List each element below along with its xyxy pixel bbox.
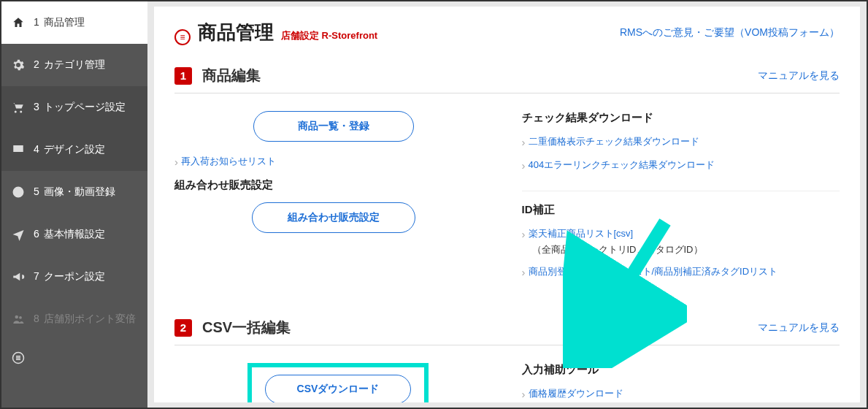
section-badge: 2 bbox=[174, 319, 192, 337]
restock-notify-link[interactable]: 再入荷お知らせリスト bbox=[174, 155, 493, 168]
page-title: 商品管理 bbox=[198, 20, 274, 45]
sidebar-item-coupon[interactable]: 7クーポン設定 bbox=[1, 256, 147, 298]
sidebar-item-products[interactable]: 1商品管理 bbox=[1, 1, 147, 44]
section-title: CSV一括編集 bbox=[202, 318, 291, 337]
id-correction-heading: ID補正 bbox=[522, 203, 840, 217]
section-csv-edit: 2 CSV一括編集 マニュアルを見る CSVダウンロード 入力補助ツール 価格履… bbox=[174, 318, 840, 402]
tag-id-list-link[interactable]: 商品別登録済みタグIDリスト/商品別補正済みタグIDリスト bbox=[522, 265, 840, 278]
combo-heading: 組み合わせ販売設定 bbox=[174, 178, 493, 192]
404-check-link[interactable]: 404エラーリンクチェック結果ダウンロード bbox=[522, 158, 840, 172]
sidebar-item-media[interactable]: 5画像・動画登録 bbox=[1, 171, 147, 213]
section-badge: 1 bbox=[174, 67, 192, 85]
correction-note: （全商品ディレクトリID、カタログID） bbox=[532, 243, 840, 256]
sidebar-item-basic[interactable]: 6基本情報設定 bbox=[1, 213, 147, 256]
sidebar-item-toppage[interactable]: 3トップページ設定 bbox=[1, 86, 147, 129]
users-icon bbox=[10, 311, 26, 327]
product-list-button[interactable]: 商品一覧・登録 bbox=[253, 111, 414, 142]
manual-link[interactable]: マニュアルを見る bbox=[758, 321, 840, 335]
megaphone-icon bbox=[10, 269, 26, 285]
chart-icon bbox=[10, 184, 26, 200]
input-assist-heading: 入力補助ツール bbox=[522, 363, 840, 377]
feedback-link[interactable]: RMSへのご意見・ご要望（VOM投稿フォーム） bbox=[620, 26, 840, 39]
sidebar-item-design[interactable]: 4デザイン設定 bbox=[1, 129, 147, 171]
csv-download-highlight: CSVダウンロード bbox=[247, 363, 429, 402]
section-title: 商品編集 bbox=[202, 66, 261, 85]
combo-settings-button[interactable]: 組み合わせ販売設定 bbox=[252, 202, 415, 233]
manual-link[interactable]: マニュアルを見る bbox=[758, 69, 840, 83]
sidebar-item-points[interactable]: 8店舗別ポイント変倍 bbox=[1, 298, 147, 340]
home-icon bbox=[10, 15, 26, 31]
section-product-edit: 1 商品編集 マニュアルを見る 商品一覧・登録 再入荷お知らせリスト 組み合わせ… bbox=[174, 66, 840, 288]
svg-point-1 bbox=[19, 316, 22, 319]
monitor-icon bbox=[10, 142, 26, 158]
main-content: ≡ 商品管理 店舗設定 R-Storefront RMSへのご意見・ご要望（VO… bbox=[147, 1, 867, 408]
csv-download-button[interactable]: CSVダウンロード bbox=[265, 375, 411, 402]
svg-point-0 bbox=[15, 316, 19, 319]
dual-price-check-link[interactable]: 二重価格表示チェック結果ダウンロード bbox=[522, 135, 840, 148]
list-icon bbox=[10, 350, 26, 366]
page-subtitle: 店舗設定 R-Storefront bbox=[281, 29, 377, 42]
check-result-heading: チェック結果ダウンロード bbox=[522, 111, 840, 125]
title-icon: ≡ bbox=[174, 29, 191, 45]
rakuten-correction-link[interactable]: 楽天補正商品リスト[csv] bbox=[522, 227, 840, 240]
sidebar: 1商品管理 2カテゴリ管理 3トップページ設定 4デザイン設定 5画像・動画登録 bbox=[1, 1, 147, 408]
gear-icon bbox=[10, 57, 26, 73]
cart-icon bbox=[10, 99, 26, 115]
sidebar-item-category[interactable]: 2カテゴリ管理 bbox=[1, 44, 147, 86]
sidebar-item-extra[interactable] bbox=[1, 340, 147, 375]
price-history-link[interactable]: 価格履歴ダウンロード bbox=[522, 387, 840, 400]
page-header: ≡ 商品管理 店舗設定 R-Storefront RMSへのご意見・ご要望（VO… bbox=[174, 20, 840, 45]
plane-icon bbox=[10, 226, 26, 242]
